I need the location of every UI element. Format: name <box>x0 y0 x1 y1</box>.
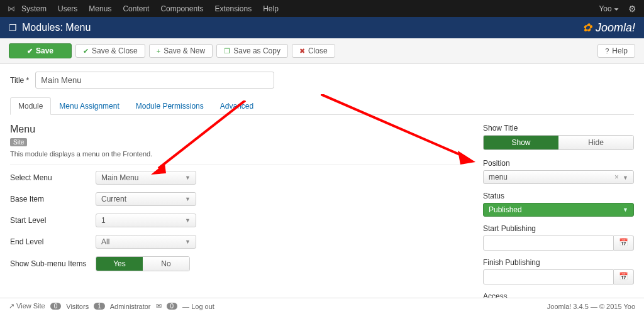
clear-icon[interactable]: × <box>614 173 619 181</box>
close-button[interactable]: ✖Close <box>292 44 335 58</box>
messages-count: 0 <box>167 303 178 310</box>
chevron-down-icon: ▼ <box>185 196 191 202</box>
admin-label: Administrator <box>110 303 151 310</box>
menu-content[interactable]: Content <box>123 4 149 13</box>
tab-advanced[interactable]: Advanced <box>212 97 262 115</box>
action-toolbar: ✔Save ✔Save & Close +Save & New ❐Save as… <box>0 38 644 64</box>
admin-topbar: ⋈ System Users Menus Content Components … <box>0 0 644 17</box>
start-level-dropdown[interactable]: 1▼ <box>96 214 196 227</box>
chevron-down-icon: ▼ <box>185 217 191 224</box>
view-site-link[interactable]: ↗ View Site <box>9 302 45 310</box>
joomla-logo: ✿ Joomla! <box>582 21 635 35</box>
menu-components[interactable]: Components <box>160 4 203 13</box>
user-menu[interactable]: Yoo ⏷ <box>599 4 619 13</box>
admin-count: 1 <box>94 303 105 310</box>
show-submenu-label: Show Sub-menu Items <box>10 259 96 268</box>
tab-module-permissions[interactable]: Module Permissions <box>128 97 212 115</box>
finish-publishing-input[interactable] <box>483 269 614 284</box>
start-level-label: Start Level <box>10 216 96 225</box>
divider <box>10 164 464 165</box>
plus-icon: + <box>157 47 160 55</box>
select-menu-label: Select Menu <box>10 173 96 182</box>
end-level-dropdown[interactable]: All▼ <box>96 235 196 249</box>
save-button[interactable]: ✔Save <box>9 43 72 58</box>
module-icon: ❐ <box>9 23 17 33</box>
check-icon: ✔ <box>27 47 33 55</box>
menu-menus[interactable]: Menus <box>89 4 111 13</box>
save-new-button[interactable]: +Save & New <box>149 44 213 58</box>
finish-publishing-label: Finish Publishing <box>483 258 634 267</box>
status-label: Status <box>483 192 634 200</box>
chevron-down-icon: ⏷ <box>614 6 619 13</box>
toggle-hide[interactable]: Hide <box>558 136 633 149</box>
status-bar: ↗ View Site 0 Visitors 1 Administrator ✉… <box>0 298 644 314</box>
chevron-down-icon: ▼ <box>185 239 191 245</box>
page-title: Modules: Menu <box>22 22 91 33</box>
logout-link[interactable]: — Log out <box>182 303 214 310</box>
version-text: Joomla! 3.4.5 — © 2015 Yoo <box>547 303 635 310</box>
close-icon: ✖ <box>299 47 305 55</box>
help-button[interactable]: ?Help <box>597 44 635 58</box>
calendar-icon[interactable]: 📅 <box>614 269 634 284</box>
save-copy-button[interactable]: ❐Save as Copy <box>216 44 288 58</box>
visitors-label: Visitors <box>66 303 89 310</box>
show-title-toggle[interactable]: Show Hide <box>483 135 634 150</box>
messages-icon[interactable]: ✉ <box>156 302 162 310</box>
tab-menu-assignment[interactable]: Menu Assignment <box>51 97 127 115</box>
chevron-down-icon: ▼ <box>623 207 628 213</box>
module-panel: Menu Site This module displays a menu on… <box>10 124 464 314</box>
page-header: ❐ Modules: Menu ✿ Joomla! <box>0 17 644 38</box>
show-title-label: Show Title <box>483 124 634 133</box>
joomla-icon: ⋈ <box>8 4 15 13</box>
site-badge: Site <box>10 138 27 146</box>
tabs: Module Menu Assignment Module Permission… <box>10 97 634 115</box>
show-submenu-toggle[interactable]: Yes No <box>96 256 190 271</box>
title-input[interactable] <box>35 72 274 89</box>
check-icon: ✔ <box>83 47 89 55</box>
content-area: Title * Module Menu Assignment Module Pe… <box>0 64 644 314</box>
toggle-no[interactable]: No <box>143 257 189 271</box>
toggle-yes[interactable]: Yes <box>96 257 143 271</box>
base-item-dropdown[interactable]: Current▼ <box>96 192 196 206</box>
menu-help[interactable]: Help <box>263 4 279 13</box>
module-description: This module displays a menu on the Front… <box>10 150 464 158</box>
position-label: Position <box>483 159 634 168</box>
gear-icon[interactable]: ⚙ <box>628 4 636 14</box>
menu-system[interactable]: System <box>21 4 47 13</box>
save-close-button[interactable]: ✔Save & Close <box>75 44 145 58</box>
toggle-show[interactable]: Show <box>484 136 558 149</box>
base-item-label: Base Item <box>10 195 96 203</box>
joomla-flower-icon: ✿ <box>582 21 592 35</box>
help-icon: ? <box>605 47 609 55</box>
section-heading: Menu <box>10 124 464 135</box>
tab-module[interactable]: Module <box>10 97 51 115</box>
chevron-down-icon: ▼ <box>623 175 628 181</box>
copy-icon: ❐ <box>224 47 230 55</box>
menu-users[interactable]: Users <box>58 4 77 13</box>
visitors-count: 0 <box>50 303 62 310</box>
admin-menu: System Users Menus Content Components Ex… <box>21 4 279 13</box>
position-select[interactable]: menu×▼ <box>483 170 634 184</box>
start-publishing-input[interactable] <box>483 236 614 251</box>
end-level-label: End Level <box>10 237 96 246</box>
select-menu-dropdown[interactable]: Main Menu▼ <box>96 171 196 185</box>
menu-extensions[interactable]: Extensions <box>214 4 252 13</box>
sidebar-panel: Show Title Show Hide Position menu×▼ Sta… <box>483 124 634 314</box>
status-select[interactable]: Published▼ <box>483 203 634 217</box>
title-label: Title * <box>10 76 29 85</box>
chevron-down-icon: ▼ <box>185 175 191 181</box>
start-publishing-label: Start Publishing <box>483 224 634 233</box>
calendar-icon[interactable]: 📅 <box>614 236 634 251</box>
